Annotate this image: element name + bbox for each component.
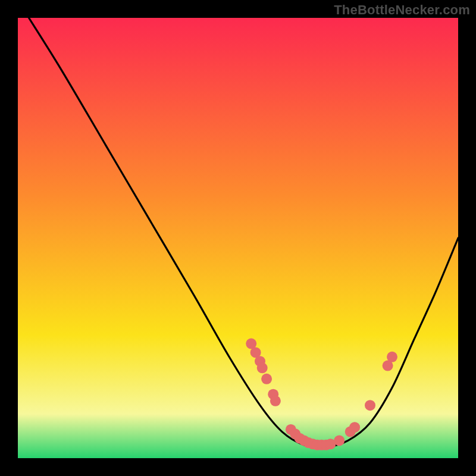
data-marker <box>334 435 345 446</box>
data-marker <box>349 422 360 433</box>
chart-container: TheBottleNecker.com <box>0 0 476 476</box>
data-marker <box>270 396 281 406</box>
chart-svg <box>18 18 458 458</box>
watermark-text: TheBottleNecker.com <box>334 2 470 18</box>
data-marker <box>257 362 268 373</box>
data-marker <box>365 400 375 411</box>
data-marker <box>261 374 272 384</box>
gradient-background <box>18 18 458 458</box>
data-marker <box>387 352 397 362</box>
